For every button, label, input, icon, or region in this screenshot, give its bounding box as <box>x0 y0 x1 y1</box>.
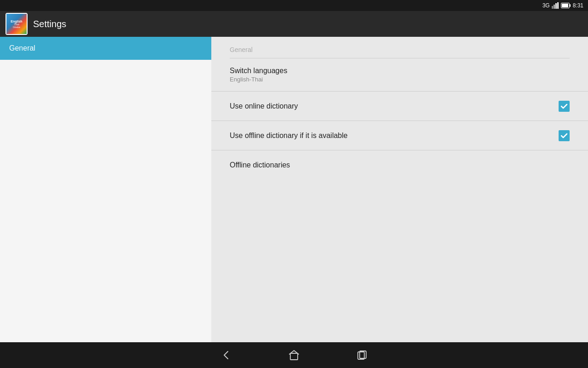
checkmark-icon <box>560 103 568 110</box>
checkmark-icon-2 <box>560 132 568 139</box>
main-content: General General Switch languages English… <box>0 37 588 342</box>
app-icon-line1: English <box>11 20 22 23</box>
setting-label-offline-dicts: Offline dictionaries <box>230 161 290 169</box>
back-icon <box>220 349 232 362</box>
svg-rect-1 <box>554 5 555 9</box>
svg-rect-0 <box>552 6 553 9</box>
nav-bar <box>0 342 588 368</box>
sidebar-item-general[interactable]: General <box>0 37 211 60</box>
home-icon <box>288 349 300 362</box>
nav-back-button[interactable] <box>220 349 232 362</box>
setting-label-switch-languages: Switch languages <box>230 67 287 75</box>
svg-rect-7 <box>290 353 298 360</box>
section-title: General <box>211 37 588 58</box>
setting-online-dictionary[interactable]: Use online dictionary <box>211 92 588 121</box>
setting-switch-languages[interactable]: Switch languages English-Thai <box>211 58 588 92</box>
checkbox-offline-dictionary[interactable] <box>559 130 570 141</box>
battery-icon <box>561 3 571 8</box>
setting-sublabel-switch-languages: English-Thai <box>230 76 287 83</box>
setting-offline-dictionary[interactable]: Use offline dictionary if it is availabl… <box>211 121 588 150</box>
setting-label-offline-dict: Use offline dictionary if it is availabl… <box>230 132 348 140</box>
status-bar: 3G 8:31 <box>0 0 588 11</box>
signal-bars-icon <box>552 2 559 9</box>
top-bar: English Thai Glosbe Settings <box>0 11 588 37</box>
status-icons: 3G 8:31 <box>543 2 583 9</box>
setting-offline-dictionaries[interactable]: Offline dictionaries <box>211 150 588 180</box>
svg-rect-2 <box>555 3 557 9</box>
time-display: 8:31 <box>573 2 583 9</box>
svg-rect-3 <box>557 2 559 9</box>
app-icon: English Thai Glosbe <box>6 13 28 35</box>
setting-label-online-dict: Use online dictionary <box>230 102 298 110</box>
app-icon-brand: Glosbe <box>13 26 20 29</box>
page-title: Settings <box>33 19 66 29</box>
nav-recents-button[interactable] <box>356 349 368 362</box>
nav-home-button[interactable] <box>288 349 300 362</box>
svg-rect-5 <box>562 4 568 7</box>
signal-indicator: 3G <box>543 2 550 9</box>
sidebar-item-label: General <box>9 44 35 52</box>
checkbox-online-dictionary[interactable] <box>559 101 570 112</box>
sidebar: General <box>0 37 211 342</box>
svg-rect-6 <box>570 4 571 7</box>
settings-panel: General Switch languages English-Thai Us… <box>211 37 588 342</box>
recents-icon <box>356 349 368 362</box>
